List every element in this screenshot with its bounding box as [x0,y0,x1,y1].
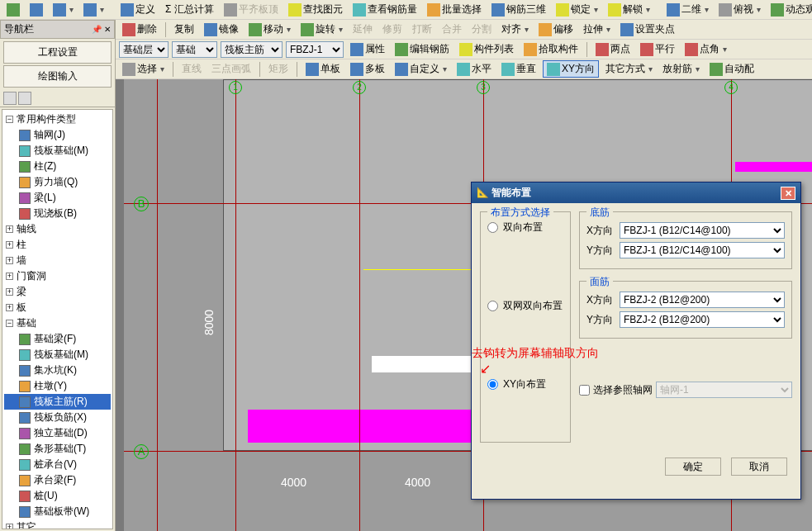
tree-axis-line[interactable]: +轴线 [4,221,111,237]
stretch-button[interactable]: 拉伸 [580,21,614,37]
tree-shear-wall[interactable]: 剪力墙(Q) [4,174,111,190]
tree-pillar-pier[interactable]: 柱墩(Y) [4,378,111,394]
y-dir-label-1: Y方向 [586,244,615,258]
tree-foundation[interactable]: −基础 [4,315,111,331]
custom-button[interactable]: 自定义 [392,61,450,77]
tree-raft-neg-rebar[interactable]: 筏板负筋(X) [4,410,111,425]
comp-list-button[interactable]: 构件列表 [456,41,517,57]
bottom-y-select[interactable]: FBZJ-1 (B12/C14@100) [620,242,785,258]
annotation-text: 去钩转为屏幕辅轴取方向 [472,346,599,361]
top-y-select[interactable]: FBZJ-2 (B12@200) [620,311,785,328]
tree-pile[interactable]: 桩(U) [4,488,111,504]
project-settings-button[interactable]: 工程设置 [3,41,112,64]
vertical-button[interactable]: 垂直 [498,61,539,77]
tree-column[interactable]: +柱 [4,237,111,253]
horizontal-button[interactable]: 水平 [453,61,495,77]
tree-independent-foundation[interactable]: 独立基础(D) [4,425,111,441]
ok-button[interactable]: 确定 [665,458,721,476]
point-angle-button[interactable]: 点角 [681,41,730,57]
edit-rebar-button[interactable]: 编辑钢筋 [392,41,453,57]
radio-bidir[interactable]: 双向布置 [487,220,563,235]
define-button[interactable]: 定义 [117,2,159,17]
offset-button[interactable]: 偏移 [535,21,577,37]
save-button[interactable] [26,2,46,17]
single-board-button[interactable]: 单板 [302,61,344,77]
tree-door-window[interactable]: +门窗洞 [4,268,111,284]
x-dir-label-2: X方向 [586,293,615,307]
break-button: 打断 [409,21,435,37]
top-x-select[interactable]: FBZJ-2 (B12@200) [620,292,785,308]
bottom-rebar-title: 底筋 [586,206,613,220]
mirror-button[interactable]: 镜像 [201,21,242,37]
rebar-3d-button[interactable]: 钢筋三维 [488,2,549,17]
mini-icon-1[interactable] [3,92,17,105]
radio-xy[interactable]: XY向布置 [487,377,563,391]
dynamic-view-button[interactable]: 动态观察 [767,2,812,17]
draw-input-button[interactable]: 绘图输入 [3,65,112,88]
rotate-button[interactable]: 旋转 [297,21,346,37]
tree-column-z[interactable]: 柱(Z) [4,159,111,174]
wall-icon [19,177,31,188]
new-button[interactable] [3,2,23,17]
pick-comp-button[interactable]: 拾取构件 [520,41,582,57]
tree-raft-foundation[interactable]: 筏板基础(M) [4,143,111,159]
copy-button[interactable]: 复制 [171,21,197,37]
cancel-button[interactable]: 取消 [731,458,787,476]
property-button[interactable]: 属性 [347,41,388,57]
align-button[interactable]: 对齐 [498,21,532,37]
sum-calc-button[interactable]: Σ 汇总计算 [162,2,217,17]
parallel-button[interactable]: 平行 [637,41,678,57]
nav-title-bar: 导航栏 📌 ✕ [0,20,115,39]
other-way-button[interactable]: 其它方式 [602,61,656,77]
ref-grid-checkbox[interactable] [579,385,590,396]
find-entity-button[interactable]: 查找图元 [285,2,346,17]
multi-board-button[interactable]: 多板 [347,61,388,77]
tree-other[interactable]: +其它 [4,519,111,529]
radio-double-bidir[interactable]: 双网双向布置 [487,299,563,313]
redo-button[interactable] [80,2,107,17]
mini-icon-2[interactable] [18,92,31,105]
auto-button[interactable]: 自动配 [706,61,757,77]
delete-button[interactable]: 删除 [119,21,160,37]
dialog-titlebar[interactable]: 📐 智能布置 ✕ [472,183,800,203]
sub-opt-select[interactable]: FBZJ-1 [286,41,344,58]
dim-4000-1: 4000 [281,476,306,489]
component-select[interactable]: 筏板主筋 [221,41,283,58]
tree-slab[interactable]: +板 [4,300,111,315]
set-grip-button[interactable]: 设置夹点 [617,21,678,37]
view-rebar-button[interactable]: 查看钢筋量 [349,2,420,17]
tree-beam-l[interactable]: 梁(L) [4,190,111,206]
tree-beam[interactable]: +梁 [4,284,111,300]
xy-dir-button[interactable]: XY方向 [543,60,599,78]
tree-common-types[interactable]: −常用构件类型 [4,111,111,127]
radial-button[interactable]: 放射筋 [659,61,703,77]
undo-button[interactable] [50,2,77,17]
two-point-button[interactable]: 两点 [592,41,634,57]
bottom-x-select[interactable]: FBZJ-1 (B12/C14@100) [620,222,785,239]
layer-select[interactable]: 基础层 [119,41,169,58]
tree-raft-foundation2[interactable]: 筏板基础(M) [4,347,111,363]
tree-foundation-slab-band[interactable]: 基础板带(W) [4,504,111,519]
tree-pile-cap[interactable]: 桩承台(V) [4,457,111,472]
batch-select-button[interactable]: 批量选择 [424,2,485,17]
move-button[interactable]: 移动 [245,21,294,37]
tree-foundation-beam[interactable]: 基础梁(F) [4,331,111,347]
view-2d-button[interactable]: 二维 [663,2,712,17]
component-tree[interactable]: −常用构件类型 轴网(J) 筏板基础(M) 柱(Z) 剪力墙(Q) 梁(L) 现… [2,109,113,529]
tree-raft-main-rebar[interactable]: 筏板主筋(R) [4,394,111,410]
smart-layout-dialog: 📐 智能布置 ✕ 布置方式选择 双向布置 双网双向布置 XY向布置 底筋 X方向… [471,182,801,500]
close-icon[interactable]: ✕ [781,187,795,200]
tree-cast-slab[interactable]: 现浇板(B) [4,206,111,221]
tree-bearing-beam[interactable]: 承台梁(F) [4,472,111,488]
tree-axis-grid[interactable]: 轴网(J) [4,127,111,143]
pin-icon[interactable]: 📌 ✕ [92,25,111,34]
lock-button[interactable]: 锁定 [553,2,601,17]
layer-opt-select[interactable]: 基础 [172,41,217,58]
tree-sump[interactable]: 集水坑(K) [4,363,111,378]
tree-wall[interactable]: +墙 [4,253,111,268]
select-button[interactable]: 选择 [119,61,168,77]
unlock-button[interactable]: 解锁 [605,2,653,17]
tree-strip-foundation[interactable]: 条形基础(T) [4,441,111,457]
pink-strip-1 [248,410,479,443]
view-top-button[interactable]: 俯视 [715,2,764,17]
